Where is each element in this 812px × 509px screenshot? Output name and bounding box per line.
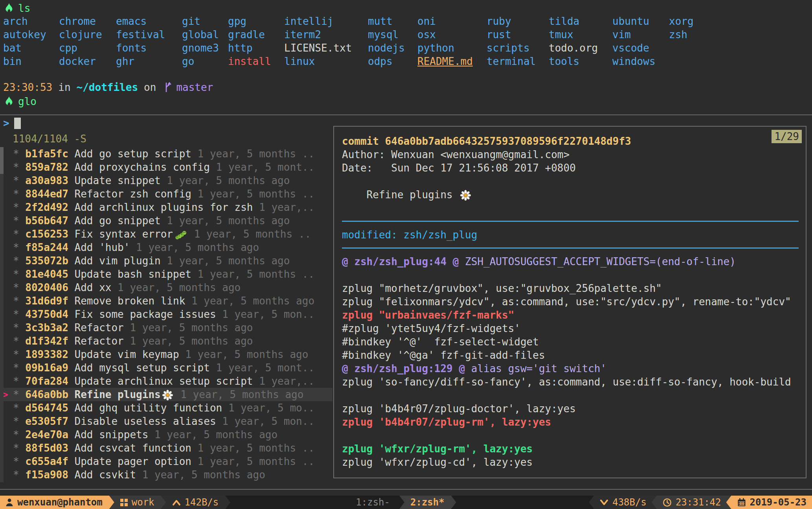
ls-entry-go: go <box>182 55 219 68</box>
commit-row[interactable]: * 70fa284 Update archlinux setup script … <box>0 374 333 388</box>
chevron-up-icon <box>172 499 181 506</box>
scrollbar-thumb[interactable] <box>0 147 4 174</box>
commit-row[interactable]: * f15a908 Add csvkit 1 year, 5 months ag… <box>0 468 333 481</box>
graph-node: * <box>13 388 25 401</box>
commit-date: 1 year, 5 months ago <box>161 214 290 227</box>
commit-date: 1 year, 5 months ago <box>175 388 304 401</box>
preview-line-text: zplug 'b4b4r07/zplug-rm', lazy:yes <box>342 415 551 429</box>
preview-text-line: zplug "morhetz/gruvbox", use:"gruvbox_25… <box>342 282 803 295</box>
ls-column: emacsfestivalfontsghr <box>116 15 165 68</box>
tmux-window-2[interactable]: 2:zsh* <box>399 496 456 509</box>
commit-date: 1 year, 5 months ago <box>136 468 265 481</box>
preview-divider <box>342 215 803 228</box>
ls-entry-odps: odps <box>368 55 405 68</box>
tmux-window-2-label: 2:zsh* <box>410 496 445 509</box>
ls-entry-xorg: xorg <box>669 15 694 28</box>
commit-row[interactable]: * 8844ed7 Refactor zsh config 1 year, 5 … <box>0 187 333 201</box>
commit-hash: d1f342f <box>25 334 68 348</box>
ls-entry-osx: osx <box>417 28 473 41</box>
graph-node: * <box>13 201 25 214</box>
commit-date: 1 year, 5 mont.. <box>210 361 314 374</box>
flame-prompt-icon <box>5 3 13 14</box>
commit-row[interactable]: * 535072b Add vim plugin 1 year, 5 month… <box>0 254 333 267</box>
commit-row[interactable]: * c156253 Fix syntax error 1 year, 5 mon… <box>0 227 333 241</box>
ls-entry-oni: oni <box>417 15 473 28</box>
commit-hash: d564745 <box>25 401 68 415</box>
commit-row[interactable]: * 2e4e70a Add snippets 1 year, 5 months … <box>0 428 333 441</box>
graph-node: * <box>13 267 25 281</box>
commit-hash: 535072b <box>25 254 68 267</box>
commit-row[interactable]: * 8020406 Add xx 1 year, 5 months ago <box>0 281 333 294</box>
commit-row[interactable]: * 2f2d492 Add archlinux plugins for zsh … <box>0 201 333 214</box>
ls-column: chromeclojurecppdocker <box>59 15 102 68</box>
commit-date: 1 year, 5 months ago <box>130 241 259 254</box>
commit-row[interactable]: * a30a983 Update snippet 1 year, 5 month… <box>0 174 333 187</box>
commit-hash: b56b647 <box>25 214 68 227</box>
commit-row[interactable]: * 81e4045 Update bash snippet 1 year, 5 … <box>0 267 333 281</box>
command-text: glo <box>18 95 37 108</box>
scrollbar-track[interactable] <box>0 147 4 482</box>
commit-row[interactable]: * b56b647 Add go snippet 1 year, 5 month… <box>0 214 333 227</box>
blank-line <box>342 429 803 442</box>
hunk-location: @ zsh/zsh_plug:44 @ <box>342 255 459 268</box>
preview-text-line: #bindkey '^@' fzf-select-widget <box>342 335 803 349</box>
preview-divider <box>342 242 803 255</box>
commit-message: Add proxychains config <box>68 160 210 174</box>
fzf-query-input[interactable]: > <box>3 116 21 130</box>
diff-added-line: zplug 'wfxr/zplug-rm', lazy:yes <box>342 442 803 456</box>
commit-row[interactable]: >* 646a0bb Refine plugins 1 year, 5 mont… <box>0 388 333 401</box>
preview-line-text: #bindkey '^@' fzf-select-widget <box>342 335 539 349</box>
ls-entry-gnome3: gnome3 <box>182 41 219 55</box>
commit-row[interactable]: * 1893382 Update vim keymap 1 year, 5 mo… <box>0 348 333 361</box>
ls-entry-vscode: vscode <box>612 41 656 55</box>
clock-icon <box>663 498 672 507</box>
ls-entry-http: http <box>228 41 271 55</box>
ls-column: rubyrustscriptsterminal <box>487 15 536 68</box>
statusbar: wenxuan@phantom work 142B/s 1:zsh- 2:zsh… <box>0 496 812 509</box>
commit-row[interactable]: * 09b16a9 Add mysql setup script 1 year,… <box>0 361 333 374</box>
commit-row[interactable]: * d564745 Add ghq utility function 1 yea… <box>0 401 333 415</box>
commit-row[interactable]: * 88f5d03 Add csvcat function 1 year, 5 … <box>0 441 333 455</box>
graph-node: * <box>13 468 25 481</box>
commit-hash: f85a244 <box>25 241 68 254</box>
calendar-icon <box>737 498 746 507</box>
ls-entry-rust: rust <box>487 28 536 41</box>
commit-date: 1 year, 5 mont.. <box>210 160 314 174</box>
git-branch-icon <box>163 81 172 93</box>
commit-date: 1 year, 5 mon.. <box>216 415 314 428</box>
preview-line-text: zplug 'b4b4r07/zplug-doctor', lazy:yes <box>342 402 576 415</box>
daisy-icon <box>460 188 471 201</box>
flame-prompt-icon <box>5 96 13 107</box>
commit-message: Disable useless aliases <box>68 415 216 428</box>
commit-row[interactable]: * 43750d4 Fix some package issues 1 year… <box>0 308 333 321</box>
ls-entry-install: install <box>228 55 271 68</box>
commit-message: Fix some package issues <box>68 308 216 321</box>
preview-line-text: Refine plugins <box>342 188 459 201</box>
ls-column: xorgzsh <box>669 15 694 41</box>
diff-removed-line: zplug "urbainvaes/fzf-marks" <box>342 308 803 322</box>
commit-hash: e5305f7 <box>25 415 68 428</box>
commit-hash: 1893382 <box>25 348 68 361</box>
commit-row[interactable]: * b1fa5fc Add go setup script 1 year, 5 … <box>0 147 333 160</box>
ls-entry-windows: windows <box>612 55 656 68</box>
graph-node: * <box>13 241 25 254</box>
ls-entry-nodejs: nodejs <box>368 41 405 55</box>
preview-text-line: zplug 'so-fancy/diff-so-fancy', as:comma… <box>342 375 803 389</box>
commit-row[interactable]: * 3c3b3a2 Refactor 1 year, 5 months ago <box>0 321 333 334</box>
commit-header-line: commit 646a0bb7adb66432575937089596f2270… <box>342 135 803 148</box>
commit-message: Add mysql setup script <box>68 361 210 374</box>
statusbar-session-segment: work <box>109 496 166 509</box>
statusbar-user-label: wenxuan@phantom <box>17 496 103 509</box>
commit-row[interactable]: * 31d6d9f Remove broken link 1 year, 5 m… <box>0 294 333 308</box>
commit-row[interactable]: * c655a4f Update pager option 1 year, 5 … <box>0 455 333 468</box>
fzf-prompt-symbol: > <box>3 116 9 130</box>
terminal-window: ls archautokeybatbinchromeclojurecppdock… <box>0 0 812 509</box>
diff-hunk-header: @ zsh/zsh_plug:129 @ alias gsw='git swit… <box>342 362 803 375</box>
tmux-window-1[interactable]: 1:zsh- <box>356 496 390 509</box>
commit-row[interactable]: * d1f342f Refactor 1 year, 5 months ago <box>0 334 333 348</box>
commit-hash: 2e4e70a <box>25 428 68 441</box>
ls-entry-python: python <box>417 41 473 55</box>
commit-row[interactable]: * f85a244 Add 'hub' 1 year, 5 months ago <box>0 241 333 254</box>
commit-row[interactable]: * 859a782 Add proxychains config 1 year,… <box>0 160 333 174</box>
commit-row[interactable]: * e5305f7 Disable useless aliases 1 year… <box>0 415 333 428</box>
